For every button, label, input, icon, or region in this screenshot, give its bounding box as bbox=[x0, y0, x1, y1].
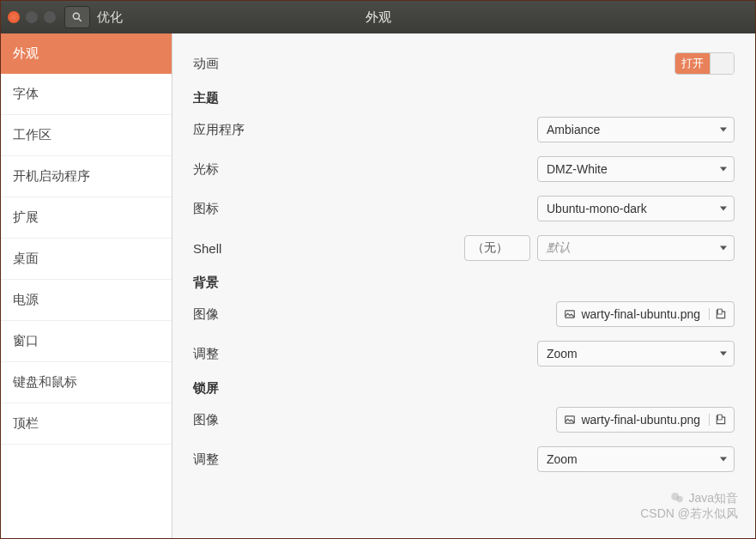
sidebar-item-label: 字体 bbox=[13, 86, 39, 100]
chevron-down-icon bbox=[720, 352, 727, 356]
theme-shell-select[interactable]: 默认 bbox=[537, 235, 735, 261]
search-button[interactable] bbox=[64, 6, 90, 28]
chevron-down-icon bbox=[720, 167, 727, 172]
svg-point-0 bbox=[73, 13, 79, 19]
chevron-down-icon bbox=[720, 207, 727, 211]
select-value: 默认 bbox=[547, 240, 571, 256]
document-open-icon bbox=[715, 414, 727, 426]
theme-cursor-select[interactable]: DMZ-White bbox=[537, 156, 735, 182]
lockscreen-adjust-select[interactable]: Zoom bbox=[537, 446, 735, 472]
sidebar-item-power[interactable]: 电源 bbox=[1, 280, 172, 321]
search-icon bbox=[71, 11, 83, 23]
theme-app-select[interactable]: Ambiance bbox=[537, 117, 735, 142]
svg-point-7 bbox=[672, 493, 680, 500]
theme-app-label: 应用程序 bbox=[193, 122, 365, 138]
window-controls bbox=[8, 11, 56, 23]
sidebar-item-label: 窗口 bbox=[13, 333, 39, 348]
theme-shell-label: Shell bbox=[193, 241, 365, 256]
watermark: Java知音 CSDN @若水似风 bbox=[640, 490, 738, 521]
theme-cursor-label: 光标 bbox=[193, 161, 365, 178]
app-name: 优化 bbox=[97, 9, 123, 26]
svg-line-1 bbox=[79, 19, 82, 21]
sidebar-item-startup[interactable]: 开机启动程序 bbox=[1, 156, 172, 197]
select-value: Zoom bbox=[547, 347, 578, 360]
select-value: Ambiance bbox=[547, 123, 600, 136]
image-icon bbox=[564, 308, 576, 320]
background-adjust-label: 调整 bbox=[193, 346, 365, 362]
lockscreen-image-label: 图像 bbox=[193, 412, 365, 428]
sidebar-item-workspaces[interactable]: 工作区 bbox=[1, 115, 172, 156]
image-icon bbox=[564, 414, 576, 426]
chevron-down-icon bbox=[720, 128, 727, 132]
background-adjust-select[interactable]: Zoom bbox=[537, 341, 735, 366]
animation-label: 动画 bbox=[193, 56, 365, 72]
select-value: DMZ-White bbox=[547, 162, 608, 176]
chevron-down-icon bbox=[720, 457, 727, 462]
sidebar-item-topbar[interactable]: 顶栏 bbox=[1, 403, 172, 445]
watermark-line1: Java知音 bbox=[688, 490, 738, 506]
sidebar-item-label: 键盘和鼠标 bbox=[13, 374, 77, 389]
svg-point-8 bbox=[677, 495, 684, 502]
background-image-label: 图像 bbox=[193, 306, 365, 323]
maximize-icon[interactable] bbox=[44, 11, 56, 23]
sidebar-item-label: 工作区 bbox=[13, 127, 51, 142]
main-panel: 动画 打开 主题 应用程序 Ambiance 光标 DMZ bbox=[172, 33, 755, 538]
watermark-line2: CSDN @若水似风 bbox=[640, 506, 738, 521]
shell-none-box[interactable]: （无） bbox=[464, 235, 530, 261]
document-open-icon bbox=[715, 308, 727, 320]
select-value: Ubuntu-mono-dark bbox=[547, 202, 647, 215]
titlebar: 优化 外观 bbox=[1, 1, 755, 33]
sidebar-item-label: 桌面 bbox=[13, 251, 39, 265]
sidebar-item-label: 扩展 bbox=[13, 209, 39, 224]
file-name: warty-final-ubuntu.png bbox=[581, 413, 700, 427]
chevron-down-icon bbox=[720, 246, 727, 251]
svg-rect-4 bbox=[718, 309, 723, 314]
sidebar-item-label: 外观 bbox=[13, 45, 39, 60]
background-image-file[interactable]: warty-final-ubuntu.png bbox=[556, 301, 735, 327]
sidebar-item-keyboard-mouse[interactable]: 键盘和鼠标 bbox=[1, 362, 172, 403]
sidebar-item-desktop[interactable]: 桌面 bbox=[1, 239, 172, 280]
select-value: Zoom bbox=[547, 452, 578, 466]
sidebar-item-extensions[interactable]: 扩展 bbox=[1, 197, 172, 239]
animation-toggle[interactable]: 打开 bbox=[674, 52, 735, 75]
theme-icons-label: 图标 bbox=[193, 201, 365, 217]
file-name: warty-final-ubuntu.png bbox=[581, 307, 700, 321]
close-icon[interactable] bbox=[8, 11, 20, 23]
lockscreen-image-file[interactable]: warty-final-ubuntu.png bbox=[556, 407, 735, 433]
window-title: 外观 bbox=[366, 9, 391, 26]
sidebar-item-appearance[interactable]: 外观 bbox=[1, 33, 172, 74]
sidebar-item-label: 电源 bbox=[13, 292, 39, 306]
lockscreen-adjust-label: 调整 bbox=[193, 451, 365, 468]
wechat-icon bbox=[669, 490, 685, 506]
sidebar-item-windows[interactable]: 窗口 bbox=[1, 321, 172, 362]
sidebar-item-label: 顶栏 bbox=[13, 415, 39, 430]
theme-icons-select[interactable]: Ubuntu-mono-dark bbox=[537, 196, 735, 221]
background-section-title: 背景 bbox=[193, 275, 735, 291]
toggle-on-label: 打开 bbox=[675, 53, 710, 74]
sidebar-item-fonts[interactable]: 字体 bbox=[1, 74, 172, 115]
lockscreen-section-title: 锁屏 bbox=[193, 380, 735, 397]
shell-none-text: （无） bbox=[472, 240, 508, 256]
sidebar-item-label: 开机启动程序 bbox=[13, 168, 90, 183]
toggle-knob bbox=[710, 53, 734, 74]
theme-section-title: 主题 bbox=[193, 90, 735, 106]
minimize-icon[interactable] bbox=[26, 11, 38, 23]
sidebar: 外观 字体 工作区 开机启动程序 扩展 桌面 电源 窗口 键盘和鼠标 顶栏 bbox=[1, 33, 172, 538]
svg-rect-6 bbox=[718, 415, 723, 420]
